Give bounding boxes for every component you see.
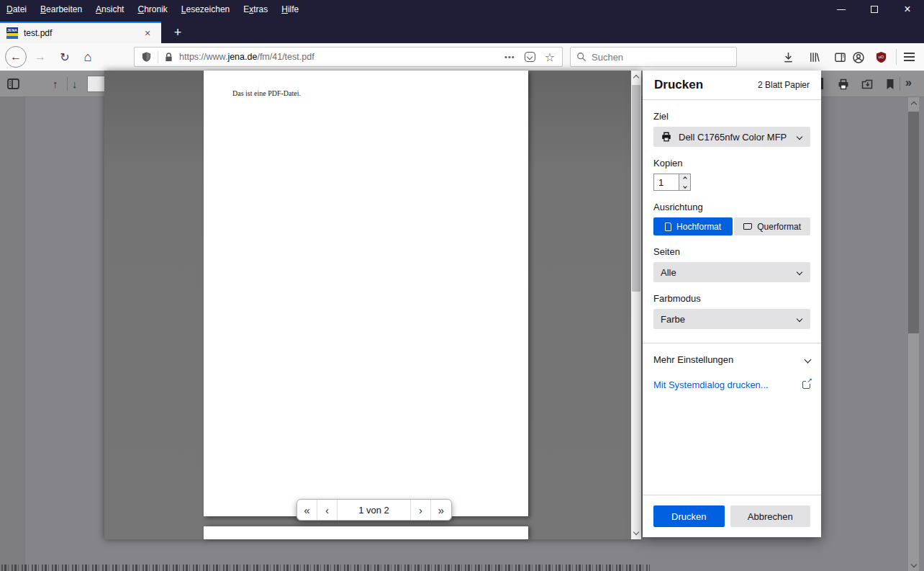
tab-close-icon[interactable]: × [140, 26, 155, 40]
next-page-button[interactable]: › [411, 500, 431, 520]
more-settings-label: Mehr Einstellungen [653, 354, 733, 365]
save-icon[interactable] [861, 78, 874, 91]
page-navigation: « ‹ 1 von 2 › » [296, 499, 452, 521]
orientation-toggle: Hochformat Querformat [653, 217, 810, 235]
home-button[interactable]: ⌂ [77, 46, 99, 68]
pages-select[interactable]: Alle [653, 262, 810, 282]
toolbar-divider [896, 49, 897, 65]
bookmark-icon[interactable] [884, 78, 896, 91]
stepper-down-icon[interactable] [679, 182, 690, 190]
copies-stepper[interactable] [679, 174, 691, 191]
landscape-button[interactable]: Querformat [734, 217, 810, 235]
scroll-down-icon[interactable] [908, 559, 919, 570]
preview-scrollbar[interactable] [631, 71, 641, 539]
print-button[interactable]: Drucken [653, 505, 725, 527]
forward-icon: → [35, 50, 46, 63]
preview-page-1: Das ist eine PDF-Datei. [204, 71, 528, 516]
new-tab-button[interactable]: + [166, 22, 189, 43]
scroll-up-icon[interactable] [908, 99, 919, 109]
color-mode-label: Farbmodus [653, 293, 810, 304]
close-button[interactable]: × [891, 0, 924, 18]
page-actions-icon[interactable]: ••• [504, 53, 515, 61]
first-page-button[interactable]: « [297, 500, 317, 520]
menu-datei[interactable]: Datei [6, 4, 27, 14]
cancel-button[interactable]: Abbrechen [730, 505, 810, 527]
print-dialog: Drucken 2 Blatt Papier Ziel Dell C1765nf… [643, 71, 821, 537]
copies-input[interactable] [653, 174, 679, 191]
menu-ansicht[interactable]: Ansicht [96, 4, 124, 14]
sidebars-icon[interactable] [834, 51, 846, 63]
color-mode-select[interactable]: Farbe [653, 309, 810, 329]
system-dialog-link[interactable]: Mit Systemdialog drucken... [653, 379, 810, 390]
bookmark-star-icon[interactable]: ☆ [545, 50, 555, 64]
destination-select[interactable]: Dell C1765nfw Color MFP [653, 127, 810, 147]
window-scrollbar-thumb[interactable] [908, 112, 919, 333]
tracking-shield-icon[interactable] [141, 51, 152, 63]
content-area: ↑ ↓ » Das ist eine PDF-Datei. « ‹ 1 von … [0, 71, 924, 571]
svg-text:uO: uO [879, 55, 884, 59]
portrait-button[interactable]: Hochformat [653, 217, 733, 235]
downloads-icon[interactable] [782, 51, 794, 63]
back-icon: ← [10, 50, 22, 63]
stepper-up-icon[interactable] [679, 174, 690, 182]
pdf-text: Das ist eine PDF-Datei. [232, 89, 301, 97]
url-bar[interactable]: https://www.jena.de/fm/41/test.pdf ••• ☆ [134, 47, 563, 67]
chevron-down-icon [805, 356, 812, 364]
next-page-icon[interactable]: ↓ [72, 78, 78, 90]
menu-extras[interactable]: Extras [243, 4, 268, 14]
tab-bar: JENA test.pdf × + [0, 18, 924, 43]
clipped-page-text [1, 565, 650, 571]
reload-button[interactable]: ↻ [54, 46, 76, 68]
url-text: https://www.jena.de/fm/41/test.pdf [179, 52, 314, 62]
previous-page-icon[interactable]: ↑ [53, 78, 58, 90]
pdfjs-divider [67, 77, 68, 91]
menu-lesezeichen[interactable]: Lesezeichen [181, 4, 230, 14]
back-button[interactable]: ← [5, 46, 27, 68]
sidebar-toggle-icon[interactable] [6, 77, 20, 91]
preview-scroll-up-icon[interactable] [631, 73, 641, 83]
copies-label: Kopien [653, 158, 810, 168]
chevron-down-icon [797, 316, 802, 322]
search-icon [576, 52, 586, 62]
menu-bearbeiten[interactable]: Bearbeiten [40, 4, 82, 14]
destination-label: Ziel [653, 111, 810, 122]
minimize-icon: — [837, 4, 846, 14]
previous-page-button[interactable]: ‹ [317, 500, 338, 520]
window-scrollbar[interactable] [908, 97, 919, 571]
menu-chronik[interactable]: Chronik [137, 4, 167, 14]
pocket-icon[interactable] [525, 52, 535, 62]
forward-button[interactable]: → [30, 46, 51, 68]
print-preview-panel: Das ist eine PDF-Datei. « ‹ 1 von 2 › » [104, 71, 641, 539]
printer-icon [661, 131, 672, 143]
minimize-button[interactable]: — [825, 0, 858, 18]
chevron-down-icon [797, 134, 802, 140]
plus-icon: + [174, 25, 182, 40]
menu-hilfe[interactable]: Hilfe [281, 4, 299, 14]
page-indicator: 1 von 2 [338, 500, 411, 520]
close-icon: × [904, 3, 910, 16]
account-icon[interactable] [852, 51, 865, 64]
pages-value: Alle [661, 267, 676, 278]
library-icon[interactable] [808, 51, 820, 63]
external-link-icon [802, 381, 810, 389]
reload-icon: ↻ [60, 50, 69, 64]
sheet-count: 2 Blatt Papier [758, 80, 810, 90]
toolbar-overflow-icon[interactable]: » [905, 76, 912, 89]
tab-title: test.pdf [24, 28, 52, 38]
print-icon[interactable] [837, 78, 850, 91]
preview-scroll-down-icon[interactable] [631, 527, 641, 537]
search-bar[interactable] [570, 47, 737, 67]
last-page-button[interactable]: » [431, 500, 451, 520]
color-mode-value: Farbe [661, 314, 685, 325]
dialog-divider [643, 343, 821, 343]
tab-test-pdf[interactable]: JENA test.pdf × [0, 22, 161, 43]
more-settings-row[interactable]: Mehr Einstellungen [653, 354, 810, 365]
maximize-button[interactable] [858, 0, 891, 18]
pdfjs-divider-2 [900, 77, 900, 91]
hamburger-menu-icon[interactable] [904, 53, 915, 61]
ublock-icon[interactable]: uO [875, 51, 887, 63]
pages-label: Seiten [653, 246, 810, 257]
preview-scrollbar-thumb[interactable] [632, 85, 640, 292]
search-input[interactable] [592, 52, 730, 63]
maximize-icon [871, 6, 878, 13]
